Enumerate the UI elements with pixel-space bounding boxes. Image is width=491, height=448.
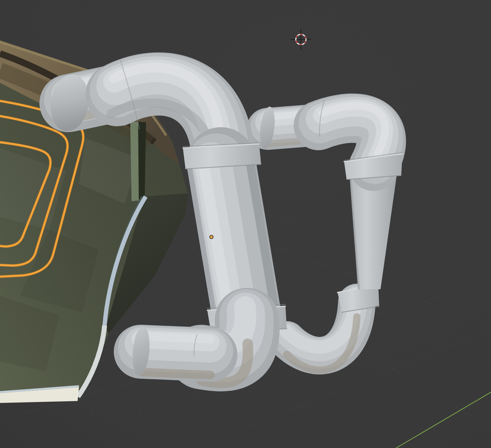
pipe-band [141, 372, 210, 375]
pipe-left-bottom-arm [131, 326, 210, 376]
object-origin-dot[interactable] [210, 235, 213, 239]
pipe-band [141, 336, 210, 339]
viewport-canvas[interactable] [0, 0, 491, 448]
panel-corner-dark [138, 122, 146, 200]
panel-corner-highlight [130, 121, 139, 201]
